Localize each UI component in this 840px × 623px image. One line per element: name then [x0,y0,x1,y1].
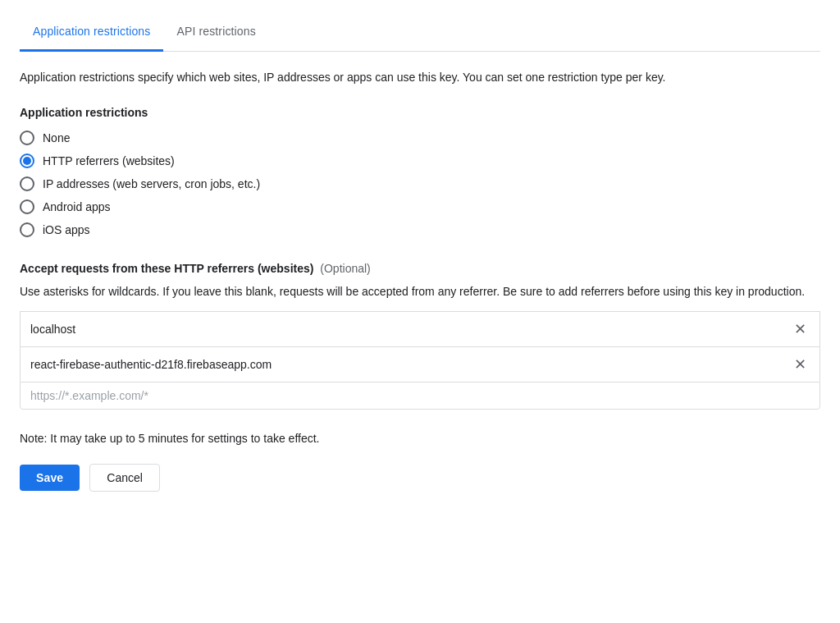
referrers-heading-bold: Accept requests from these HTTP referrer… [20,262,313,275]
radio-label-ip-addresses: IP addresses (web servers, cron jobs, et… [43,177,260,190]
referrer-entry-0: localhost ✕ [20,311,820,346]
radio-label-http-referrers: HTTP referrers (websites) [43,154,175,167]
radio-label-ios-apps: iOS apps [43,223,90,236]
radio-label-android-apps: Android apps [43,200,111,213]
referrer-input[interactable] [30,389,810,402]
radio-button-ip-addresses[interactable] [20,176,34,191]
section-heading: Application restrictions [20,106,820,119]
note-text: Note: It may take up to 5 minutes for se… [20,429,820,447]
referrer-value-1: react-firebase-authentic-d21f8.firebasea… [30,358,791,371]
radio-option-android-apps[interactable]: Android apps [20,199,820,214]
referrer-input-wrapper [20,382,820,410]
tabs-container: Application restrictions API restriction… [20,13,820,52]
radio-button-ios-apps[interactable] [20,222,34,237]
referrer-close-1[interactable]: ✕ [791,355,810,373]
radio-option-none[interactable]: None [20,131,820,145]
button-row: Save Cancel [20,464,820,492]
tab-application-restrictions[interactable]: Application restrictions [20,13,163,52]
radio-label-none: None [43,131,70,144]
referrer-entry-1: react-firebase-authentic-d21f8.firebasea… [20,346,820,382]
radio-option-http-referrers[interactable]: HTTP referrers (websites) [20,153,820,168]
radio-button-none[interactable] [20,131,34,145]
referrer-close-0[interactable]: ✕ [791,320,810,338]
radio-option-ip-addresses[interactable]: IP addresses (web servers, cron jobs, et… [20,176,820,191]
description-text: Application restrictions specify which w… [20,68,807,86]
tab-api-restrictions[interactable]: API restrictions [163,13,268,52]
referrers-description: Use asterisks for wildcards. If you leav… [20,282,807,300]
referrers-heading: Accept requests from these HTTP referrer… [20,260,820,277]
cancel-button[interactable]: Cancel [89,464,160,492]
radio-group: None HTTP referrers (websites) IP addres… [20,131,820,237]
referrers-heading-optional: (Optional) [320,262,370,275]
radio-button-http-referrers[interactable] [20,153,34,168]
referrer-value-0: localhost [30,323,791,336]
radio-option-ios-apps[interactable]: iOS apps [20,222,820,237]
radio-button-android-apps[interactable] [20,199,34,214]
save-button[interactable]: Save [20,465,80,491]
